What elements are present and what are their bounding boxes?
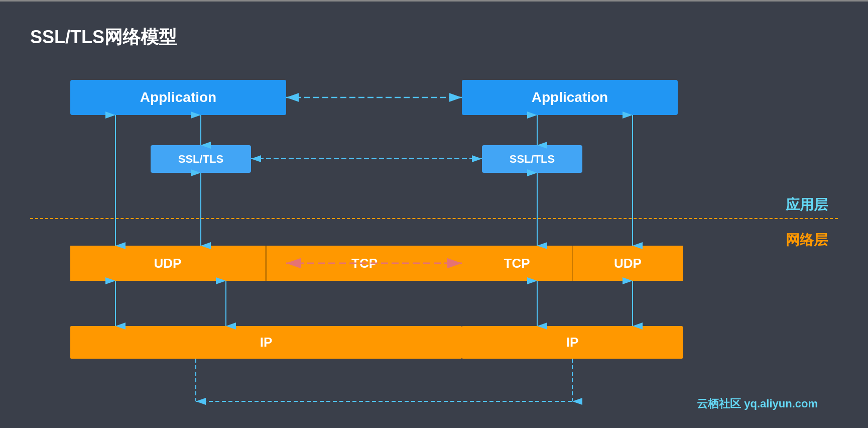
ip-box-left: IP	[70, 326, 462, 359]
label-network-layer: 网络层	[786, 231, 828, 250]
layer-divider	[30, 218, 838, 219]
ssl-box-right: SSL/TLS	[482, 145, 582, 173]
net-row-left: UDP TCP	[70, 246, 462, 281]
ip-box-right: IP	[462, 326, 683, 359]
udp-box-left: UDP	[70, 246, 266, 281]
ssl-box-left: SSL/TLS	[151, 145, 251, 173]
label-application-layer: 应用层	[786, 195, 828, 215]
tcp-box-left: TCP	[266, 246, 462, 281]
tcp-box-right: TCP	[462, 246, 573, 281]
main-container: SSL/TLS网络模型 Application Application SSL/…	[0, 0, 868, 428]
app-box-right: Application	[462, 80, 678, 115]
udp-box-right: UDP	[573, 246, 683, 281]
watermark: 云栖社区 yq.aliyun.com	[697, 396, 818, 411]
net-row-right: TCP UDP	[462, 246, 683, 281]
diagram-area: Application Application SSL/TLS SSL/TLS …	[30, 70, 838, 421]
top-border	[0, 0, 868, 2]
app-box-left: Application	[70, 80, 286, 115]
page-title: SSL/TLS网络模型	[30, 25, 838, 50]
